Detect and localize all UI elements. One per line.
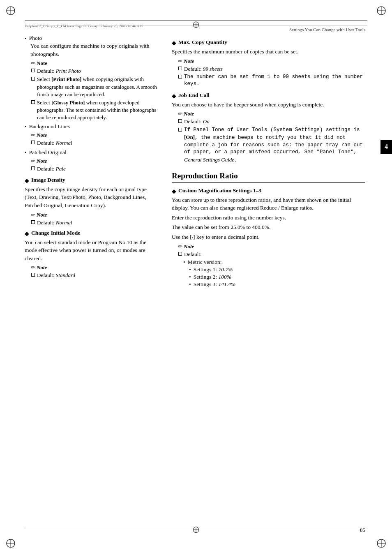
bullet-dot: • (25, 35, 27, 42)
photo-bullet-item: • Photo You can configure the machine to… (25, 35, 157, 58)
settings-3-text: Settings 3: 141.4% (194, 281, 235, 288)
job-end-call-section: ◆ Job End Call (172, 92, 365, 99)
image-density-section: ◆ Image Density (25, 177, 157, 184)
checkbox-icon (31, 69, 35, 72)
note-pencil-icon-po: ✏ (30, 158, 35, 164)
bullet-dot-bg: • (25, 123, 27, 130)
checkbox-icon-3 (31, 100, 35, 104)
note-label-bg: Note (37, 132, 47, 138)
svg-point-0 (7, 7, 15, 15)
note-label-jec: Note (184, 111, 194, 117)
settings-2-text: Settings 2: 100% (194, 274, 231, 280)
custom-magnification-title: Custom Magnification Settings 1–3 (178, 187, 261, 194)
mcq-range-text: The number can be set from 1 to 99 sheet… (184, 74, 365, 88)
jec-note-panel-tone: If Panel Tone of User Tools (System Sett… (178, 127, 365, 164)
diamond-icon-cm: ◆ (172, 188, 176, 195)
note-label: Note (37, 60, 47, 67)
mcq-default-text: Default: 99 sheets (184, 65, 223, 73)
photo-note-default: Default: Print Photo (31, 67, 157, 75)
header-title: Settings You Can Change with User Tools (289, 27, 365, 32)
po-note-default: Default: Pale (31, 165, 157, 173)
checkbox-cim (31, 273, 35, 277)
cim-default-text: Default: Standard (37, 272, 75, 279)
max-copy-quantity-body: Specifies the maximum number of copies t… (172, 48, 365, 56)
chapter-tab: 4 (380, 140, 392, 154)
sub-sub-bullet-dot-1: • (189, 266, 191, 273)
header-file: DolphinC2_ENcopy_F_FM.book Page 85 Frida… (25, 24, 143, 28)
mcq-note-default: Default: 99 sheets (178, 65, 365, 73)
change-initial-mode-title: Change Initial Mode (31, 230, 80, 236)
svg-point-3 (377, 7, 385, 15)
patched-original-item: • Patched Original (25, 149, 157, 156)
id-default-text: Default: Normal (37, 219, 72, 226)
custom-magnification-body-4: Use the [·] key to enter a decimal point… (172, 233, 365, 241)
id-note-default: Default: Normal (31, 219, 157, 226)
note-label-mcq: Note (184, 58, 194, 65)
mcq-note-title: ✏ Note (178, 58, 365, 65)
bg-note-default: Default: Normal (31, 139, 157, 147)
jec-note-title: ✏ Note (178, 111, 365, 117)
photo-note-title: ✏ Note (30, 60, 157, 67)
center-crosshair (192, 21, 200, 30)
jec-panel-tone-text: If Panel Tone of User Tools (System Sett… (184, 127, 365, 164)
metric-version-text: Metric version: (188, 259, 222, 265)
id-note-title: ✏ Note (30, 212, 157, 218)
note-label-cm: Note (184, 243, 194, 250)
reproduction-ratio-heading: Reproduction Ratio (172, 171, 365, 183)
po-default-text: Default: Pale (37, 165, 66, 173)
diamond-icon-id: ◆ (25, 177, 29, 184)
sub-bullet-dot-mv: • (183, 259, 185, 265)
note-label-cim: Note (37, 264, 47, 271)
svg-point-9 (377, 539, 385, 547)
corner-bl (5, 538, 16, 549)
note-label-po: Note (37, 158, 47, 164)
po-note-title: ✏ Note (30, 158, 157, 164)
photo-body: You can configure the machine to copy or… (30, 42, 157, 58)
mcq-note-range: The number can be set from 1 to 99 sheet… (178, 74, 365, 88)
cm-settings-2: • Settings 2: 100% (189, 274, 365, 280)
left-column: • Photo You can configure the machine to… (25, 35, 164, 521)
note-label-id: Note (37, 212, 47, 218)
image-density-title: Image Density (31, 177, 65, 183)
corner-tr (376, 5, 387, 16)
note-pencil-icon-cm: ✏ (178, 243, 182, 250)
main-content: • Photo You can configure the machine to… (25, 35, 365, 521)
cm-metric-version: • Metric version: (183, 259, 365, 265)
print-photo-text: Select [Print Photo] when copying origin… (37, 76, 157, 98)
checkbox-mcq-2 (178, 75, 182, 78)
checkbox-icon-2 (31, 77, 35, 81)
note-pencil-icon-bg: ✏ (30, 132, 35, 138)
jec-note: ✏ Note Default: On If Panel Tone of User… (178, 111, 365, 164)
center-footer-crosshair (192, 526, 200, 536)
note-pencil-icon-jec: ✏ (178, 111, 182, 117)
cm-note-title: ✏ Note (178, 243, 365, 250)
diamond-icon-cim: ◆ (25, 230, 29, 237)
note-pencil-icon-id: ✏ (30, 212, 35, 218)
svg-point-6 (7, 539, 15, 547)
checkbox-cm (178, 252, 182, 256)
photo-note-glossy-photo: Select [Glossy Photo] when copying devel… (31, 99, 157, 122)
mcq-note: ✏ Note Default: 99 sheets The number can… (178, 58, 365, 88)
diamond-icon-mcq: ◆ (172, 39, 176, 46)
checkbox-po (31, 166, 35, 170)
max-copy-quantity-title: Max. Copy Quantity (178, 39, 227, 46)
checkbox-jec-1 (178, 119, 182, 123)
corner-tl (5, 5, 16, 16)
background-lines-note: ✏ Note Default: Normal (30, 132, 157, 147)
cm-settings-1: • Settings 1: 70.7% (189, 266, 365, 273)
photo-note: ✏ Note Default: Print Photo Select [Prin… (30, 60, 157, 121)
cim-note: ✏ Note Default: Standard (30, 264, 157, 279)
change-initial-mode-section: ◆ Change Initial Mode (25, 230, 157, 237)
checkbox-bg (31, 141, 35, 144)
bullet-dot-po: • (25, 149, 27, 156)
right-column: ◆ Max. Copy Quantity Specifies the maxim… (164, 35, 365, 521)
patched-original-label: Patched Original (29, 149, 67, 156)
jec-default-text: Default: On (184, 118, 210, 125)
bg-note-title: ✏ Note (30, 132, 157, 138)
image-density-note: ✏ Note Default: Normal (30, 212, 157, 226)
cm-settings-3: • Settings 3: 141.4% (189, 281, 365, 288)
custom-magnification-body-2: Enter the reproduction ratio using the n… (172, 214, 365, 222)
background-lines-item: • Background Lines (25, 123, 157, 130)
photo-default-text: Default: Print Photo (37, 67, 81, 75)
note-pencil-icon-mcq: ✏ (178, 58, 182, 65)
